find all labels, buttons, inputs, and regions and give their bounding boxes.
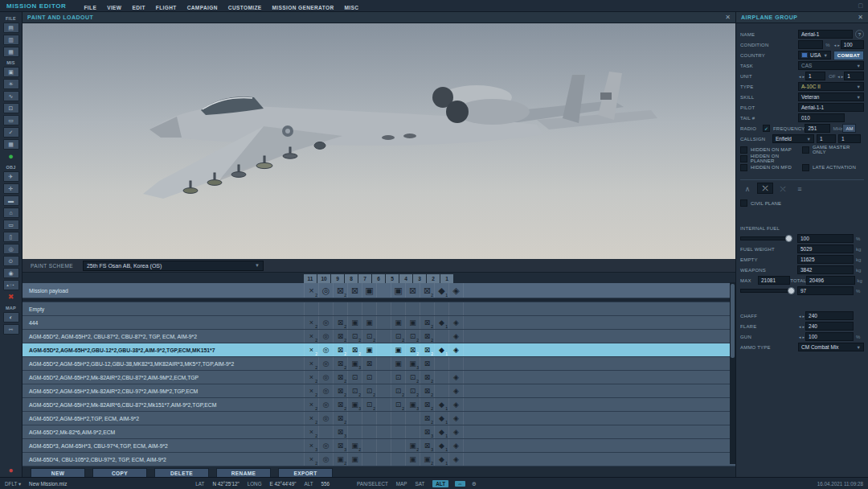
alt-view-button[interactable]: ALT <box>432 480 448 487</box>
hidden-on-map-checkbox[interactable] <box>740 146 747 154</box>
unit-spinner[interactable]: ◂▸ <box>798 74 805 79</box>
internal-fuel-input[interactable]: 100 <box>797 234 854 243</box>
frequency-input[interactable]: 251 <box>805 124 830 133</box>
loadout-row[interactable]: AGM-65D*2,AGM-65H*2,GBU-12,GBU-38,MK82*3… <box>23 357 735 371</box>
hidden-on-planner-checkbox[interactable] <box>740 155 747 162</box>
open-mission-icon[interactable]: ▥ <box>3 35 19 45</box>
skill-select[interactable]: Veteran ▼ <box>798 92 864 101</box>
menu-flight[interactable]: FLIGHT <box>156 5 177 10</box>
menu-mission-generator[interactable]: MISSION GENERATOR <box>272 5 334 10</box>
late-activation-checkbox[interactable] <box>802 164 809 171</box>
menu-edit[interactable]: EDIT <box>132 5 145 10</box>
briefing-icon[interactable]: ▣ <box>3 67 19 77</box>
loadout-row[interactable]: AGM-65D*2,AGM-65H*2,TGP, ECM, AIM-9*2×2◎… <box>23 412 735 425</box>
lists-icon[interactable]: ▦ <box>3 139 19 150</box>
close-icon[interactable]: ✕ <box>725 14 731 21</box>
help-icon[interactable]: ? <box>855 30 864 39</box>
scrollbar-thumb[interactable] <box>731 284 735 358</box>
fly-mission-icon[interactable]: ● <box>3 151 19 162</box>
name-input[interactable]: Aerial-1 <box>798 30 853 39</box>
load-percent-slider[interactable] <box>740 289 792 293</box>
callsign-number-input[interactable]: 1 <box>838 134 861 143</box>
delete-object-icon[interactable]: ✖ <box>3 292 19 302</box>
loadout-row[interactable]: 444×2◎⊠2▣▣▣▣⊠2◆1◈ <box>23 316 735 330</box>
trigger-zone-icon[interactable]: ◎ <box>3 244 19 254</box>
window-controls-icon[interactable]: ▢ <box>858 2 863 9</box>
callsign-flight-input[interactable]: 1 <box>817 134 836 143</box>
slider-knob[interactable] <box>785 235 792 242</box>
tail-input[interactable]: 010 <box>798 113 845 122</box>
mission-payload-row[interactable]: Mission payload×2◎⊠2⊠▣▣⊠⊠2◆1◈ <box>23 283 735 298</box>
helicopter-group-icon[interactable]: ✛ <box>3 183 19 194</box>
loadout-row[interactable]: AGM-65D*3, AGM-65H*3, CBU-97*4,TGP, ECM,… <box>23 439 735 453</box>
ship-group-icon[interactable]: ⌂ <box>3 208 19 218</box>
game-master-only-checkbox[interactable] <box>802 146 809 154</box>
chaff-input[interactable]: 240 <box>805 311 854 320</box>
loadout-row[interactable]: AGM-65D*2,AGM-65H*2,Mk-82AIR*2,CBU-87*2,… <box>23 371 735 384</box>
loadout-row[interactable]: AGM-65D*4, CBU-105*2,CBU-97*2, TGP, ECM,… <box>23 453 735 466</box>
map-layers-icon[interactable]: ◐ <box>3 312 19 323</box>
static-object-icon[interactable]: ▭ <box>3 220 19 230</box>
country-select[interactable]: USA ▼ <box>798 51 831 60</box>
pan-select-button[interactable]: PAN/SELECT <box>357 481 388 487</box>
type-select[interactable]: A-10C II ▼ <box>798 82 864 91</box>
tab-summary[interactable]: ≡ <box>792 184 807 194</box>
civil-plane-checkbox[interactable] <box>740 199 747 207</box>
task-select[interactable]: CAS ▼ <box>798 61 864 70</box>
loadout-row[interactable]: AGM-65D*2, AGM-65H*2, CBU-87*2, CBU-87*2… <box>23 330 735 343</box>
template-icon[interactable]: ▯ <box>3 232 19 242</box>
new-mission-icon[interactable]: ▤ <box>3 23 19 33</box>
condition-bar[interactable] <box>798 40 823 49</box>
loadout-row[interactable]: AGM-65D*2,AGM-65H*2,GBU-12*2,GBU-38*2,AI… <box>23 343 735 357</box>
loadout-row[interactable]: AGM-65D*2,Mk-82*6,AIM-9*2,ECM×2⊠3⊠3◆1◈ <box>23 425 735 439</box>
condition-input[interactable]: 100 <box>841 40 864 49</box>
gun-input[interactable]: 100 <box>805 332 854 341</box>
pilot-input[interactable]: Aerial-1-1 <box>798 103 864 112</box>
goals-icon[interactable]: ✓ <box>3 127 19 138</box>
gun-spinner[interactable]: ◂▸ <box>798 335 805 339</box>
fit-view-icon[interactable]: ⇔ <box>455 481 465 487</box>
ammo-type-select[interactable]: CM Combat Mix ▼ <box>798 343 864 351</box>
settings-gear-icon[interactable]: ⚙ <box>472 481 477 487</box>
options-icon[interactable]: ▭ <box>3 115 19 125</box>
vehicle-group-icon[interactable]: ▬ <box>3 195 19 206</box>
save-mission-icon[interactable]: ▦ <box>3 47 19 57</box>
loadout-row[interactable]: AGM-65D*2,AGM-65H*2,Mk-82AIR*2,CBU-97*2,… <box>23 384 735 398</box>
menu-misc[interactable]: MISC <box>345 5 359 10</box>
menu-view[interactable]: VIEW <box>107 5 121 10</box>
collapse-panel-icon[interactable]: ∧ <box>740 184 755 194</box>
hidden-on-mfd-checkbox[interactable] <box>740 164 747 171</box>
unit-total-input[interactable]: 1 <box>844 72 864 80</box>
theme-dropdown[interactable]: DFLT ▾ <box>5 481 21 487</box>
sat-view-button[interactable]: SAT <box>415 481 424 487</box>
route-tool-icon[interactable]: ∿ <box>3 91 19 101</box>
loadout-row[interactable]: Empty <box>23 302 735 316</box>
menu-campaign[interactable]: CAMPAIGN <box>187 5 218 10</box>
flare-spinner[interactable]: ◂▸ <box>798 324 805 329</box>
distance-tool-icon[interactable]: ⊙ <box>3 256 19 266</box>
callsign-select[interactable]: Enfield ▼ <box>772 134 814 143</box>
record-indicator-icon[interactable]: ● <box>8 466 13 475</box>
unit-count-input[interactable]: 1 <box>805 72 825 80</box>
condition-spinner[interactable]: ◂▸ <box>833 43 841 47</box>
max-weight-input[interactable]: 21081 <box>758 276 790 285</box>
table-scrollbar[interactable] <box>730 282 735 464</box>
menu-file[interactable]: FILE <box>84 5 96 10</box>
map-links-icon[interactable]: ⇿ <box>3 324 19 335</box>
chaff-spinner[interactable]: ◂▸ <box>798 314 805 318</box>
unit-total-spinner[interactable]: ◂▸ <box>837 74 844 79</box>
rules-icon[interactable]: ⊡ <box>3 103 19 113</box>
tab-aircraft-additional[interactable]: ⤬ <box>776 184 790 194</box>
paint-scheme-select[interactable]: 25th FS Osan AB, Korea (OS) ▼ <box>83 261 264 271</box>
flare-input[interactable]: 240 <box>805 322 854 331</box>
modulation-button[interactable]: AM <box>842 124 856 133</box>
combat-button[interactable]: COMBAT <box>833 51 864 60</box>
menu-customize[interactable]: CUSTOMIZE <box>228 5 262 10</box>
internal-fuel-slider[interactable] <box>740 236 792 240</box>
tab-payload[interactable]: ⤫ <box>757 183 773 194</box>
close-icon[interactable]: ✕ <box>858 14 863 21</box>
loadout-row[interactable]: AGM-65D*2,AGM-65H*2,Mk-82AIR*6,CBU-87*2,… <box>23 398 735 412</box>
waypoint-icon[interactable]: ◉ <box>3 268 19 278</box>
aircraft-group-icon[interactable]: ✈ <box>3 171 19 182</box>
radio-checkbox[interactable]: ✓ <box>763 125 770 132</box>
